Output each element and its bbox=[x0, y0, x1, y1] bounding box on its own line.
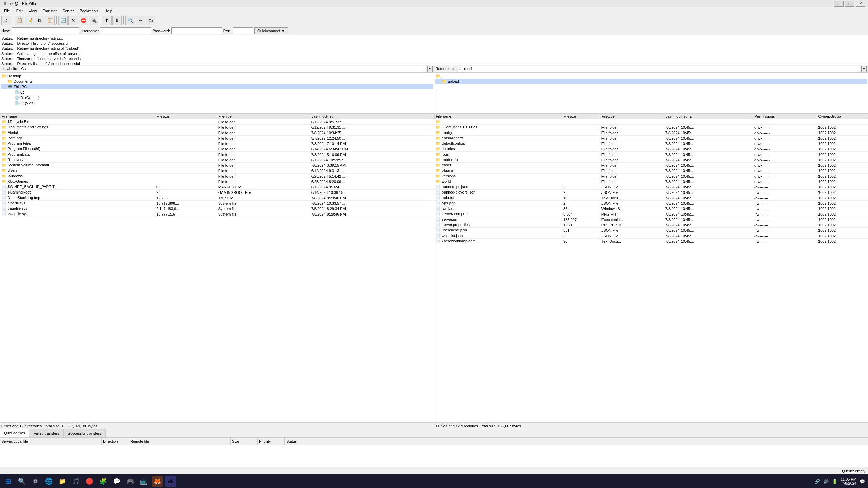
remote-file-row[interactable]: 📄run.bat 36 Windows B... 7/8/2024 10:45:… bbox=[434, 206, 868, 211]
menu-bookmarks[interactable]: Bookmarks bbox=[77, 8, 101, 14]
chat-icon[interactable]: 💬 bbox=[111, 476, 122, 487]
local-file-list[interactable]: Filename Filesize Filetype Last modified… bbox=[0, 113, 434, 422]
local-file-row[interactable]: 📄hiberfil.sys 13,712,896,... System file… bbox=[0, 201, 434, 206]
toolbar-download[interactable]: ⬇ bbox=[112, 16, 122, 25]
local-file-row[interactable]: 📁Program Files (x86) File folder 6/14/20… bbox=[0, 146, 434, 152]
remote-file-row[interactable]: 📁config File folder 7/8/2024 10:45:... d… bbox=[434, 130, 868, 136]
transfer-col-size[interactable]: Size bbox=[231, 438, 258, 445]
local-file-row[interactable]: 📄swapfile.sys 16,777,216 System file 7/5… bbox=[0, 211, 434, 217]
remote-file-row[interactable]: 📄whitelist.json 2 JSON File 7/8/2024 10:… bbox=[434, 233, 868, 239]
tree-item-c-drive[interactable]: 💿 C: bbox=[1, 89, 433, 95]
tray-volume[interactable]: 🔊 bbox=[823, 478, 829, 484]
remote-col-owner[interactable]: Owner/Group bbox=[817, 114, 868, 119]
tree-item-upload[interactable]: 📁 upload bbox=[435, 79, 868, 84]
remote-file-row[interactable]: 📁versions File folder 7/8/2024 10:45:...… bbox=[434, 174, 868, 179]
remote-file-row[interactable]: 📁.. bbox=[434, 119, 868, 125]
tree-item-root[interactable]: 📁 / bbox=[435, 73, 868, 79]
remote-file-row[interactable]: 📄ops.json 2 JSON File 7/8/2024 10:45:...… bbox=[434, 201, 868, 206]
remote-file-row[interactable]: 📁world File folder 7/8/2024 10:45:... dr… bbox=[434, 179, 868, 184]
local-file-row[interactable]: 📁$Recycle.Bin File folder 6/12/2024 9:51… bbox=[0, 119, 434, 125]
toolbar-disconnect[interactable]: ⛔ bbox=[79, 16, 88, 25]
local-file-row[interactable]: 📁Documents and Settings File folder 6/12… bbox=[0, 125, 434, 130]
task-view-icon[interactable]: ⧉ bbox=[30, 476, 41, 487]
menu-server[interactable]: Server bbox=[60, 8, 76, 14]
edge-icon[interactable]: 🌐 bbox=[43, 476, 54, 487]
menu-transfer[interactable]: Transfer bbox=[40, 8, 59, 14]
toolbar-toggle-log[interactable]: 📝 bbox=[25, 16, 34, 25]
tree-item-documents[interactable]: 📁 Documents bbox=[1, 79, 433, 84]
remote-file-row[interactable]: 📄server.jar 155,007 Executable... 7/8/20… bbox=[434, 217, 868, 222]
remote-file-row[interactable]: 📄eula.txt 10 Text Docu... 7/8/2024 10:45… bbox=[434, 195, 868, 201]
toolbar-toggle-queue[interactable]: 📋 bbox=[45, 16, 55, 25]
local-file-row[interactable]: 📄$GamingRoot 28 GAMINGROOT File 6/14/202… bbox=[0, 190, 434, 195]
remote-file-list[interactable]: Filename Filesize Filetype Last modified… bbox=[434, 113, 868, 422]
transfer-content[interactable] bbox=[0, 445, 868, 467]
toolbar-toggle-local[interactable]: 🖥 bbox=[35, 16, 44, 25]
transfer-col-server[interactable]: Server/Local file bbox=[0, 438, 102, 445]
notification-icon[interactable]: 💬 bbox=[859, 478, 865, 484]
local-file-row[interactable]: 📁ProgramData File folder 7/8/2024 5:16:0… bbox=[0, 152, 434, 157]
local-file-row[interactable]: 📁Recovery File folder 6/12/2024 10:59:57… bbox=[0, 157, 434, 163]
local-file-row[interactable]: 📁Windows File folder 6/25/2024 5:14:42 .… bbox=[0, 174, 434, 179]
transfer-col-status[interactable]: Status bbox=[285, 438, 326, 445]
menu-help[interactable]: Help bbox=[102, 8, 115, 14]
local-col-filetype[interactable]: Filetype bbox=[217, 114, 310, 119]
tree-item-e-drive[interactable]: 💿 E: (Vids) bbox=[1, 100, 433, 106]
remote-file-row[interactable]: 📄xaeroworldmap-com... 90 Text Docu... 7/… bbox=[434, 239, 868, 244]
remote-col-perms[interactable]: Permissions bbox=[753, 114, 817, 119]
transfer-col-direction[interactable]: Direction bbox=[102, 438, 129, 445]
local-file-row[interactable]: 📁Medal File folder 7/8/2024 10:34:25 ... bbox=[0, 130, 434, 136]
remote-file-row[interactable]: 📁modernfix File folder 7/8/2024 10:45:..… bbox=[434, 157, 868, 163]
maximize-button[interactable]: □ bbox=[845, 1, 854, 7]
tree-item-desktop[interactable]: 📁 Desktop bbox=[1, 73, 433, 79]
remote-file-row[interactable]: 📄banned-ips.json 2 JSON File 7/8/2024 10… bbox=[434, 184, 868, 190]
filezilla-taskbar-icon[interactable]: 🖧 bbox=[165, 476, 176, 487]
toolbar-sync[interactable]: ↔ bbox=[136, 16, 145, 25]
tab-queued-files[interactable]: Queued files bbox=[0, 429, 29, 437]
toolbar-open-site-manager[interactable]: 📋 bbox=[15, 16, 24, 25]
quickconnect-dropdown-arrow[interactable]: ▼ bbox=[281, 29, 285, 33]
local-file-row[interactable]: 📁Users File folder 6/12/2024 9:31:31 ... bbox=[0, 168, 434, 174]
toolbar-compare[interactable]: 🗂 bbox=[146, 16, 155, 25]
remote-file-row[interactable]: 📁crash-reports File folder 7/8/2024 10:4… bbox=[434, 136, 868, 141]
local-file-row[interactable]: 📁Program Files File folder 7/8/2024 7:10… bbox=[0, 141, 434, 146]
local-file-row[interactable]: 📄$WINRE_BACKUP_PARTITI... 0 MARKER File … bbox=[0, 184, 434, 190]
remote-path-input[interactable] bbox=[458, 66, 860, 72]
local-path-dropdown[interactable]: ▼ bbox=[427, 66, 433, 72]
game-icon[interactable]: 🔴 bbox=[84, 476, 95, 487]
media-icon[interactable]: 📺 bbox=[138, 476, 149, 487]
close-button[interactable]: ✕ bbox=[856, 1, 865, 7]
local-col-filename[interactable]: Filename bbox=[0, 114, 155, 119]
tree-item-d-drive[interactable]: 💿 D: (Games) bbox=[1, 95, 433, 100]
tab-failed-transfers[interactable]: Failed transfers bbox=[29, 429, 64, 437]
tray-battery[interactable]: 🔋 bbox=[832, 478, 838, 484]
menu-view[interactable]: View bbox=[26, 8, 40, 14]
search-icon[interactable]: 🔍 bbox=[16, 476, 27, 487]
remote-file-row[interactable]: 📁libraries File folder 7/8/2024 10:45:..… bbox=[434, 146, 868, 152]
start-button[interactable]: ⊞ bbox=[3, 476, 14, 487]
remote-col-filetype[interactable]: Filetype bbox=[600, 114, 664, 119]
local-file-row[interactable]: 📄pagefile.sys 2,147,483,6... System file… bbox=[0, 206, 434, 211]
explorer-icon[interactable]: 📁 bbox=[57, 476, 68, 487]
local-file-row[interactable]: 📁XboxGames File folder 6/25/2024 8:20:09… bbox=[0, 179, 434, 184]
remote-file-row[interactable]: 📁defaultconfigs File folder 7/8/2024 10:… bbox=[434, 141, 868, 146]
toolbar-new-site[interactable]: 🖥 bbox=[1, 16, 11, 25]
minimize-button[interactable]: ─ bbox=[834, 1, 844, 7]
toolbar-refresh[interactable]: 🔄 bbox=[58, 16, 68, 25]
local-path-input[interactable] bbox=[20, 66, 426, 72]
transfer-col-priority[interactable]: Priority bbox=[258, 438, 285, 445]
remote-path-dropdown[interactable]: ▼ bbox=[861, 66, 867, 72]
remote-file-row[interactable]: 📄server-icon.png 8,504 PNG File 7/8/2024… bbox=[434, 211, 868, 217]
host-input[interactable] bbox=[12, 27, 79, 34]
local-file-row[interactable]: 📁System Volume Informati... File folder … bbox=[0, 163, 434, 168]
menu-file[interactable]: File bbox=[1, 8, 13, 14]
remote-file-row[interactable]: 📁Client Mods 10.30.23 File folder 7/8/20… bbox=[434, 125, 868, 130]
puzzle-icon[interactable]: 🧩 bbox=[98, 476, 108, 487]
tray-network[interactable]: 🔗 bbox=[814, 478, 820, 484]
menu-edit[interactable]: Edit bbox=[14, 8, 25, 14]
local-tree[interactable]: 📁 Desktop 📁 Documents 💻 This PC 💿 C: 💿 D… bbox=[0, 73, 434, 113]
local-col-filesize[interactable]: Filesize bbox=[155, 114, 217, 119]
password-input[interactable] bbox=[171, 27, 222, 34]
local-file-row[interactable]: 📁PerfLogs File folder 5/7/2022 12:24:50 … bbox=[0, 136, 434, 141]
local-file-row[interactable]: 📄DumpStack.log.tmp 12,288 TMP File 7/8/2… bbox=[0, 195, 434, 201]
